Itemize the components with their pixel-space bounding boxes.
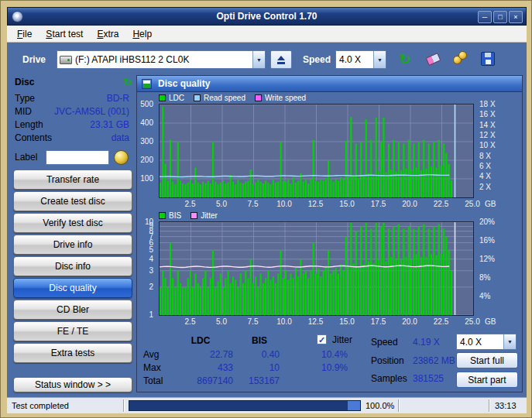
axis-tick-label: 22.5	[431, 318, 452, 326]
disc-info-row-contents: Contentsdata	[15, 132, 129, 145]
axis-tick-label: 16 X	[479, 111, 496, 118]
info-label: MID	[15, 105, 32, 118]
axis-tick-label: 12.5	[305, 200, 327, 208]
sidebar-button-create-test-disc[interactable]: Create test disc	[13, 191, 132, 211]
axis-tick-label: 22.5	[431, 200, 452, 208]
axis-tick-label: 1	[149, 311, 153, 319]
drive-label: Drive	[22, 50, 46, 69]
avg-jitter-value: 10.4%	[321, 349, 368, 361]
disc-info-row-mid: MIDJVC-AMS6L (001)	[15, 105, 129, 118]
menu-item-extra[interactable]: Extra	[90, 26, 125, 42]
stats-row-label: Total	[143, 375, 163, 387]
stats-row-total: Total 8697140 153167	[7, 375, 527, 387]
axis-tick-label: 20.0	[399, 318, 420, 326]
axis-tick-label: GB	[485, 318, 496, 326]
legend-item-jitter: Jitter	[190, 211, 218, 220]
legend-item-write-speed: Write speed	[255, 94, 306, 102]
start-full-button[interactable]: Start full	[456, 352, 518, 368]
axis-tick-label: 14 X	[479, 122, 496, 129]
axis-tick-label: 100	[140, 175, 153, 183]
quality-chart-icon	[142, 79, 152, 89]
sidebar-button-drive-info[interactable]: Drive info	[13, 235, 132, 255]
legend-item-bis: BIS	[159, 211, 181, 220]
ldc-chart-svg	[160, 104, 473, 197]
menu-item-start-test[interactable]: Start test	[39, 26, 90, 42]
axis-tick-label: 12%	[479, 255, 495, 263]
avg-bis-value: 0.40	[239, 349, 280, 361]
disc-label-input[interactable]	[46, 150, 109, 165]
refresh-icon[interactable]: ↻	[396, 50, 414, 69]
progress-percent: 100.0%	[366, 401, 394, 410]
axis-tick-label: 500	[140, 101, 153, 108]
axis-tick-label: 4	[149, 255, 153, 263]
speed-select[interactable]: 4.0 X ▼	[335, 50, 386, 69]
main-panel-header: Disc quality	[137, 76, 522, 92]
disc-refresh-icon[interactable]: ↻	[123, 76, 132, 88]
axis-tick-label: 12 X	[479, 132, 496, 139]
window-title: Opti Drive Control 1.70	[8, 11, 526, 22]
axis-tick-label: 2 X	[479, 183, 491, 191]
axis-tick-label: 7.5	[242, 200, 264, 208]
axis-tick-label: 17.5	[368, 200, 390, 208]
samples-value: 381525	[413, 373, 444, 384]
status-text: Test completed	[12, 401, 69, 410]
jitter-checkbox[interactable]: ✓	[317, 334, 327, 344]
minimize-button[interactable]: ─	[478, 11, 492, 23]
sidebar-button-disc-quality[interactable]: Disc quality	[13, 278, 132, 298]
eject-button[interactable]	[270, 50, 292, 69]
speed-label: Speed	[303, 50, 331, 69]
titlebar: Opti Drive Control 1.70 ─ □ ×	[7, 7, 527, 26]
sidebar-button-cd-bler[interactable]: CD Bler	[13, 300, 132, 320]
drive-select-arrow-icon[interactable]: ▼	[252, 51, 265, 68]
content-area: Drive (F:) ATAPI iHBS112 2 CL0K ▼ Speed …	[7, 43, 527, 397]
close-button[interactable]: ×	[509, 11, 523, 23]
axis-tick-label: 7.5	[242, 318, 264, 326]
axis-tick-label: 20.0	[399, 200, 420, 208]
ldc-chart-x-axis: 2.55.07.510.012.515.017.520.022.525.0GB	[159, 200, 515, 210]
ldc-chart-left-axis: 500400300200100	[123, 104, 156, 198]
save-icon[interactable]	[479, 50, 498, 69]
axis-tick-label: 8 X	[479, 152, 491, 160]
samples-label: Samples	[371, 373, 407, 384]
result-speed-select-value: 4.0 X	[457, 337, 503, 348]
axis-tick-label: 15.0	[336, 200, 358, 208]
axis-tick-label: 18 X	[479, 101, 496, 108]
disc-section-header: Disc ↻	[15, 75, 132, 89]
menu-item-file[interactable]: File	[10, 26, 39, 42]
max-jitter-value: 10.9%	[321, 362, 368, 374]
disc-label-row: Label	[15, 149, 132, 165]
start-part-button[interactable]: Start part	[456, 372, 518, 388]
axis-tick-label: 25.0	[462, 200, 483, 208]
speed-result-label: Speed	[371, 337, 398, 348]
legend-item-ldc: LDC	[159, 94, 184, 102]
speed-select-arrow-icon[interactable]: ▼	[373, 51, 386, 68]
info-value: JVC-AMS6L (001)	[54, 105, 129, 118]
result-speed-select[interactable]: 4.0 X ▼	[456, 334, 517, 350]
axis-tick-label: 5	[149, 246, 153, 254]
sidebar-button-disc-info[interactable]: Disc info	[13, 256, 132, 276]
sidebar-button-verify-test-disc[interactable]: Verify test disc	[13, 213, 132, 233]
max-bis-value: 10	[239, 362, 280, 374]
axis-tick-label: 10 X	[479, 142, 496, 149]
avg-ldc-value: 22.78	[168, 349, 233, 361]
axis-tick-label: 15.0	[336, 318, 358, 326]
sidebar-button-fe-te[interactable]: FE / TE	[13, 321, 132, 341]
result-speed-arrow-icon[interactable]: ▼	[503, 334, 516, 349]
legend-item-read-speed: Read speed	[194, 94, 245, 102]
legend-label: BIS	[169, 211, 181, 220]
menu-item-help[interactable]: Help	[125, 26, 159, 42]
eraser-icon[interactable]	[425, 50, 444, 69]
legend-swatch	[255, 94, 262, 101]
axis-tick-label: 17.5	[368, 318, 390, 326]
sidebar-button-transfer-rate[interactable]: Transfer rate	[13, 170, 132, 190]
maximize-button[interactable]: □	[493, 11, 507, 23]
coins-icon[interactable]	[451, 49, 470, 67]
axis-tick-label: 3	[149, 267, 153, 275]
stats-row-label: Avg	[143, 349, 159, 361]
window-controls: ─ □ ×	[478, 11, 523, 23]
disc-label-caption: Label	[15, 152, 46, 163]
main-panel-title: Disc quality	[158, 78, 210, 89]
position-value: 23862 MB	[413, 355, 455, 366]
drive-select[interactable]: (F:) ATAPI iHBS112 2 CL0K ▼	[57, 50, 266, 69]
bis-chart-x-axis: 2.55.07.510.012.515.017.520.022.525.0GB	[159, 318, 515, 327]
